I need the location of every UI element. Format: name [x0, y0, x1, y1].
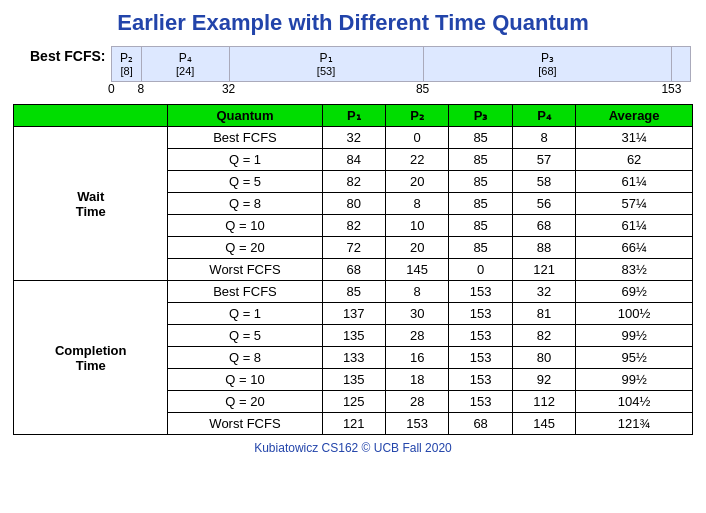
- cell-p3: 85: [449, 127, 512, 149]
- header-p1: P₁: [322, 105, 385, 127]
- cell-p4: 80: [512, 347, 575, 369]
- cell-p4: 58: [512, 171, 575, 193]
- tick-label: 0: [108, 82, 115, 96]
- cell-quantum: Q = 1: [168, 149, 322, 171]
- fcfs-ticks: 083285153: [111, 82, 671, 98]
- cell-p1: 80: [322, 193, 385, 215]
- cell-avg: 57¼: [576, 193, 693, 215]
- cell-avg: 31¼: [576, 127, 693, 149]
- cell-p2: 30: [385, 303, 448, 325]
- cell-avg: 61¼: [576, 171, 693, 193]
- cell-avg: 99½: [576, 325, 693, 347]
- cell-p3: 153: [449, 281, 512, 303]
- cell-p1: 72: [322, 237, 385, 259]
- cell-p3: 153: [449, 369, 512, 391]
- cell-p2: 28: [385, 325, 448, 347]
- cell-quantum: Q = 5: [168, 171, 322, 193]
- cell-p1: 84: [322, 149, 385, 171]
- cell-p1: 125: [322, 391, 385, 413]
- cell-p4: 121: [512, 259, 575, 281]
- cell-p2: 8: [385, 193, 448, 215]
- cell-p4: 145: [512, 413, 575, 435]
- fcfs-segment: P₁[53]: [230, 47, 424, 81]
- header-p4: P₄: [512, 105, 575, 127]
- cell-quantum: Q = 8: [168, 347, 322, 369]
- cell-avg: 95½: [576, 347, 693, 369]
- cell-p1: 82: [322, 171, 385, 193]
- cell-p3: 85: [449, 171, 512, 193]
- cell-quantum: Best FCFS: [168, 127, 322, 149]
- header-empty1: [14, 105, 168, 127]
- cell-p4: 81: [512, 303, 575, 325]
- footer: Kubiatowicz CS162 © UCB Fall 2020: [10, 441, 696, 455]
- cell-p1: 121: [322, 413, 385, 435]
- tick-label: 8: [137, 82, 144, 96]
- cell-p3: 0: [449, 259, 512, 281]
- cell-avg: 83½: [576, 259, 693, 281]
- cell-quantum: Q = 8: [168, 193, 322, 215]
- cell-p4: 57: [512, 149, 575, 171]
- cell-p2: 22: [385, 149, 448, 171]
- cell-quantum: Worst FCFS: [168, 413, 322, 435]
- cell-p2: 145: [385, 259, 448, 281]
- table-header-row: Quantum P₁ P₂ P₃ P₄ Average: [14, 105, 693, 127]
- cell-avg: 100½: [576, 303, 693, 325]
- cell-p2: 16: [385, 347, 448, 369]
- cell-quantum: Q = 20: [168, 237, 322, 259]
- cell-p1: 135: [322, 325, 385, 347]
- cell-p3: 85: [449, 149, 512, 171]
- cell-p4: 112: [512, 391, 575, 413]
- cell-p4: 32: [512, 281, 575, 303]
- cell-p1: 135: [322, 369, 385, 391]
- wait-time-label: WaitTime: [14, 127, 168, 281]
- cell-p1: 85: [322, 281, 385, 303]
- cell-quantum: Q = 5: [168, 325, 322, 347]
- cell-avg: 104½: [576, 391, 693, 413]
- fcfs-label: Best FCFS:: [30, 46, 105, 64]
- cell-p1: 133: [322, 347, 385, 369]
- cell-p2: 10: [385, 215, 448, 237]
- fcfs-bar-container: P₂[8]P₄[24]P₁[53]P₃[68] 083285153: [111, 46, 696, 98]
- table-row: CompletionTimeBest FCFS8581533269½: [14, 281, 693, 303]
- cell-p2: 8: [385, 281, 448, 303]
- cell-p1: 32: [322, 127, 385, 149]
- cell-avg: 62: [576, 149, 693, 171]
- cell-p2: 18: [385, 369, 448, 391]
- completion-time-label: CompletionTime: [14, 281, 168, 435]
- tick-label: 32: [222, 82, 235, 96]
- cell-p3: 68: [449, 413, 512, 435]
- cell-p3: 153: [449, 303, 512, 325]
- cell-avg: 121¾: [576, 413, 693, 435]
- table-row: WaitTimeBest FCFS32085831¼: [14, 127, 693, 149]
- cell-p2: 20: [385, 237, 448, 259]
- tick-label: 85: [416, 82, 429, 96]
- cell-p4: 56: [512, 193, 575, 215]
- tick-label: 153: [661, 82, 681, 96]
- cell-p2: 20: [385, 171, 448, 193]
- header-p2: P₂: [385, 105, 448, 127]
- cell-p4: 8: [512, 127, 575, 149]
- cell-avg: 66¼: [576, 237, 693, 259]
- cell-p2: 28: [385, 391, 448, 413]
- cell-p1: 68: [322, 259, 385, 281]
- header-avg: Average: [576, 105, 693, 127]
- cell-p1: 137: [322, 303, 385, 325]
- cell-p3: 153: [449, 347, 512, 369]
- fcfs-segment: P₄[24]: [142, 47, 230, 81]
- cell-p3: 153: [449, 325, 512, 347]
- cell-quantum: Worst FCFS: [168, 259, 322, 281]
- cell-quantum: Q = 20: [168, 391, 322, 413]
- header-quantum: Quantum: [168, 105, 322, 127]
- cell-avg: 99½: [576, 369, 693, 391]
- cell-p2: 0: [385, 127, 448, 149]
- cell-p2: 153: [385, 413, 448, 435]
- cell-quantum: Best FCFS: [168, 281, 322, 303]
- fcfs-segment: P₃[68]: [424, 47, 673, 81]
- cell-quantum: Q = 10: [168, 369, 322, 391]
- cell-p1: 82: [322, 215, 385, 237]
- fcfs-bar: P₂[8]P₄[24]P₁[53]P₃[68]: [111, 46, 691, 82]
- cell-avg: 69½: [576, 281, 693, 303]
- cell-p4: 88: [512, 237, 575, 259]
- cell-p4: 82: [512, 325, 575, 347]
- header-p3: P₃: [449, 105, 512, 127]
